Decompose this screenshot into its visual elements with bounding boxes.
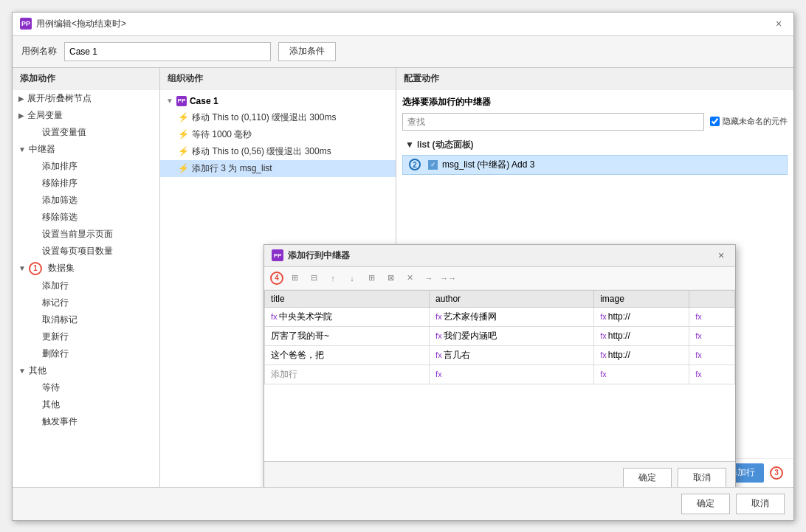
sub-dialog-close-button[interactable]: × [714,249,728,262]
action-item-0[interactable]: ⚡ 移动 This to (0,110) 缓慢退出 300ms [160,109,396,126]
cell-title-1[interactable]: 厉害了我的哥~ [265,326,430,345]
sidebar-item-remove-sort[interactable]: 移除排序 [13,175,159,192]
sidebar-item-add-sort[interactable]: 添加排序 [13,158,159,175]
toolbar-badge: 4 [270,272,283,285]
col-title: title [265,290,430,307]
dataset-badge: 1 [29,262,42,275]
toolbar-btn-4[interactable]: ↓ [344,270,360,286]
fx-icon: fx [435,350,442,359]
toolbar-btn-2[interactable]: ⊟ [306,270,322,286]
cancel-button[interactable]: 取消 [736,494,785,514]
data-table: title author image fx中央美术学院 fx艺术家传播网 fxh… [264,290,735,384]
cell-addrow-image[interactable]: fx [594,365,689,384]
list-section-header: ▼ list (动态面板) [402,137,788,153]
cell-author-1[interactable]: fx我们爱内涵吧 [430,326,594,345]
cell-addrow-author[interactable]: fx [430,365,594,384]
cell-addrow-extra[interactable]: fx [689,365,735,384]
cell-image-0[interactable]: fxhttp:// [594,307,689,326]
middle-panel-header: 组织动作 [160,68,396,90]
list-item-checkbox[interactable]: ✓ [428,160,438,170]
list-item-label: msg_list (中继器) Add 3 [442,159,534,171]
fx-icon: fx [695,312,702,321]
case-root-label: Case 1 [190,96,218,106]
sidebar-item-trigger-event[interactable]: 触发事件 [13,413,159,430]
action-item-3[interactable]: ⚡ 添加行 3 为 msg_list [160,160,396,177]
sidebar-item-repeater[interactable]: ▼ 中继器 [13,141,159,158]
cell-author-2[interactable]: fx言几右 [430,345,594,365]
case-name-input[interactable] [64,42,271,61]
toolbar-btn-7[interactable]: ✕ [402,270,418,286]
top-bar: 用例名称 添加条件 [13,36,793,67]
sidebar-item-add-filter[interactable]: 添加筛选 [13,192,159,209]
cell-title-0[interactable]: fx中央美术学院 [265,307,430,326]
sidebar-item-set-count[interactable]: 设置每页项目数量 [13,243,159,260]
add-condition-button[interactable]: 添加条件 [278,42,336,61]
sidebar-item-misc[interactable]: 其他 [13,396,159,413]
left-panel-scroll[interactable]: ▶ 展开/折叠树节点 ▶ 全局变量 设置变量值 ▼ 中继器 添加排序 移除排序 … [13,90,159,487]
sidebar-item-expand-tree[interactable]: ▶ 展开/折叠树节点 [13,90,159,107]
window-close-button[interactable]: × [771,16,786,31]
bottom-bar: 确定 取消 [13,487,793,520]
sub-dialog-icon: PP [272,249,283,261]
toolbar-btn-1[interactable]: ⊞ [286,270,303,286]
cell-author-0[interactable]: fx艺术家传播网 [430,307,594,326]
sidebar-item-wait[interactable]: 等待 [13,379,159,396]
cell-extra-1[interactable]: fx [689,326,735,345]
window-title: 用例编辑<拖动结束时> [36,18,767,30]
fx-icon: fx [435,312,442,321]
col-author: author [430,290,594,307]
case-icon: PP [176,96,187,106]
table-add-row[interactable]: 添加行 fx fx fx [265,365,735,384]
lightning-icon-2: ⚡ [178,146,189,156]
fx-icon: fx [435,370,442,379]
hide-unnamed-label[interactable]: 隐藏未命名的元件 [710,116,788,127]
cell-extra-2[interactable]: fx [689,345,735,365]
toolbar-btn-6[interactable]: ⊠ [382,270,399,286]
table-row[interactable]: 这个爸爸，把 fx言几右 fxhttp:// fx [265,345,735,365]
cell-title-2[interactable]: 这个爸爸，把 [265,345,430,365]
sidebar-item-delete-row[interactable]: 删除行 [13,345,159,362]
list-item-badge: 2 [409,159,421,170]
cell-extra-0[interactable]: fx [689,307,735,326]
left-panel: 添加动作 ▶ 展开/折叠树节点 ▶ 全局变量 设置变量值 ▼ 中继器 [13,68,160,487]
sidebar-item-dataset[interactable]: ▼ 1 数据集 [13,260,159,277]
sidebar-item-other[interactable]: ▼ 其他 [13,362,159,379]
toolbar-btn-5[interactable]: ⊞ [363,270,379,286]
sub-dialog-confirm-button[interactable]: 确定 [623,468,672,487]
sidebar-item-remove-filter[interactable]: 移除筛选 [13,209,159,226]
ok-button[interactable]: 确定 [681,494,730,514]
sub-dialog-cancel-button[interactable]: 取消 [678,468,726,487]
sidebar-item-global-vars[interactable]: ▶ 全局变量 [13,107,159,124]
cell-image-1[interactable]: fxhttp:// [594,326,689,345]
sidebar-item-unmark[interactable]: 取消标记 [13,311,159,328]
table-row[interactable]: 厉害了我的哥~ fx我们爱内涵吧 fxhttp:// fx [265,326,735,345]
sub-dialog-title-text: 添加行到中继器 [288,249,710,262]
cell-addrow-label[interactable]: 添加行 [265,365,430,384]
fx-icon: fx [695,350,702,359]
sub-dialog: PP 添加行到中继器 × 4 ⊞ ⊟ ↑ ↓ ⊞ ⊠ ✕ → →→ [264,244,736,487]
sidebar-item-set-page[interactable]: 设置当前显示页面 [13,226,159,243]
sidebar-item-update-row[interactable]: 更新行 [13,328,159,345]
fx-icon: fx [271,312,278,321]
right-panel-header: 配置动作 [396,68,793,90]
sidebar-item-add-row[interactable]: 添加行 [13,277,159,294]
action-item-2[interactable]: ⚡ 移动 This to (0,56) 缓慢退出 300ms [160,143,396,160]
col-image: image [594,290,689,307]
table-row[interactable]: fx中央美术学院 fx艺术家传播网 fxhttp:// fx [265,307,735,326]
fx-icon: fx [600,370,607,379]
toolbar-btn-8[interactable]: → [421,270,437,286]
action-item-1[interactable]: ⚡ 等待 1000 毫秒 [160,126,396,143]
hide-unnamed-checkbox[interactable] [710,117,720,126]
fx-icon: fx [600,331,607,340]
configure-sub-header: 选择要添加行的中继器 [402,96,788,108]
fx-icon: fx [695,370,702,379]
cell-image-2[interactable]: fxhttp:// [594,345,689,365]
left-panel-header: 添加动作 [13,68,159,90]
fx-icon: fx [600,312,607,321]
toolbar-btn-3[interactable]: ↑ [325,270,341,286]
list-item-row[interactable]: 2 ✓ msg_list (中继器) Add 3 [402,155,788,175]
sidebar-item-mark-row[interactable]: 标记行 [13,294,159,311]
sidebar-item-set-var[interactable]: 设置变量值 [13,124,159,141]
toolbar-btn-9[interactable]: →→ [440,270,456,286]
search-input[interactable] [402,113,704,131]
